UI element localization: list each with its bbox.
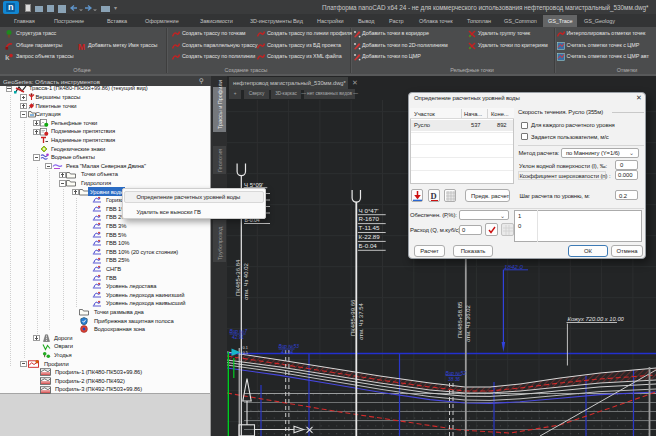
svg-text:Ч 0°47': Ч 0°47' <box>359 207 379 214</box>
svg-text:41.24: 41.24 <box>281 350 293 355</box>
svg-text:Кожух 720.00 х 10.00: Кожух 720.00 х 10.00 <box>568 316 625 322</box>
svg-text:k: k <box>5 53 10 61</box>
svg-text:Вир №52: Вир №52 <box>446 371 467 376</box>
svg-text:Вир №7: Вир №7 <box>230 329 248 334</box>
svg-text:D: D <box>430 191 436 201</box>
svg-text:отм. Чз 36.02: отм. Чз 36.02 <box>465 304 471 342</box>
svg-text:отм. Чз 37.54: отм. Чз 37.54 <box>358 302 364 340</box>
svg-text:ПК485+36.84: ПК485+36.84 <box>235 259 241 296</box>
svg-text:ПК486+58.85: ПК486+58.85 <box>457 301 463 338</box>
svg-text:Вир №53: Вир №53 <box>279 344 300 349</box>
svg-text:Т-11.45: Т-11.45 <box>359 224 380 231</box>
svg-text:R-1670: R-1670 <box>359 215 380 222</box>
svg-text:38.36: 38.36 <box>448 377 460 382</box>
svg-text:M: M <box>78 42 85 50</box>
svg-text:1842.0: 1842.0 <box>504 263 523 270</box>
svg-text:отм. Чз 40.02: отм. Чз 40.02 <box>243 262 249 300</box>
svg-text:0.1: 0.1 <box>243 346 248 350</box>
svg-text:42.91: 42.91 <box>232 335 244 340</box>
svg-text:Б-0.04: Б-0.04 <box>359 242 378 249</box>
svg-text:Ч 5°09': Ч 5°09' <box>244 182 263 188</box>
svg-text:ПК485+99.66: ПК485+99.66 <box>350 299 356 336</box>
svg-text:К-22.89: К-22.89 <box>359 233 381 240</box>
svg-text:0.5: 0.5 <box>243 351 248 355</box>
